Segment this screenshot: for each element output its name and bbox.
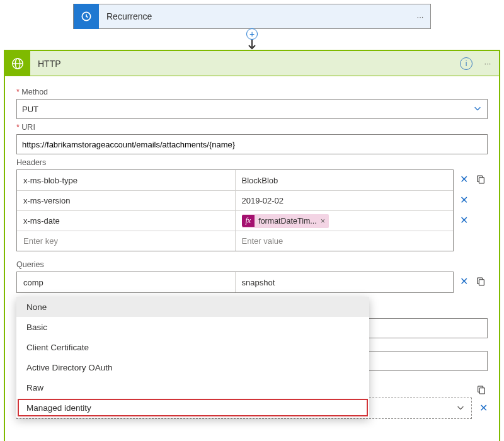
header-row: x-ms-version 2019-02-02 — [17, 190, 453, 210]
recurrence-card[interactable]: Recurrence ··· — [73, 4, 431, 29]
delete-header-button[interactable]: ✕ — [460, 215, 468, 226]
header-key[interactable]: x-ms-date — [17, 211, 236, 231]
auth-option-managed-identity[interactable]: Managed identity — [16, 398, 369, 418]
auth-option-client-certificate[interactable]: Client Certificate — [16, 337, 369, 357]
method-label: Method — [16, 88, 488, 96]
svg-rect-6 — [479, 280, 484, 285]
delete-header-button[interactable]: ✕ — [460, 195, 468, 205]
header-row: x-ms-date fx formatDateTim... × — [17, 210, 453, 231]
chevron-down-icon — [456, 403, 465, 414]
switch-mode-button[interactable] — [476, 385, 486, 395]
header-value[interactable]: 2019-02-02 — [236, 191, 454, 210]
http-card: HTTP i ··· Method PUT URI Headers x-ms- — [4, 50, 500, 441]
authentication-dropdown: None Basic Client Certificate Active Dir… — [16, 297, 369, 418]
arrow-down-icon — [247, 40, 257, 51]
recurrence-menu-button[interactable]: ··· — [410, 12, 430, 21]
uri-input[interactable] — [16, 134, 488, 154]
auth-option-basic[interactable]: Basic — [16, 317, 369, 337]
svg-rect-4 — [479, 178, 484, 183]
http-menu-button[interactable]: ··· — [479, 59, 496, 68]
queries-table: comp snapshot — [16, 272, 454, 293]
svg-rect-8 — [479, 388, 484, 394]
method-select[interactable]: PUT — [16, 99, 488, 119]
switch-mode-button[interactable] — [476, 277, 486, 287]
recurrence-icon — [74, 4, 99, 29]
header-key-input[interactable]: Enter key — [17, 231, 236, 251]
remove-expression-button[interactable]: × — [321, 217, 325, 226]
uri-label: URI — [16, 123, 488, 132]
clear-auth-button[interactable]: ✕ — [479, 403, 488, 413]
header-value[interactable]: fx formatDateTim... × — [236, 211, 454, 231]
expression-text: formatDateTim... — [258, 217, 317, 226]
headers-label: Headers — [16, 158, 488, 167]
delete-query-button[interactable]: ✕ — [460, 277, 468, 287]
header-row: x-ms-blob-type BlockBlob — [17, 170, 453, 190]
expression-pill[interactable]: fx formatDateTim... × — [242, 214, 329, 228]
header-key[interactable]: x-ms-blob-type — [17, 170, 236, 190]
queries-label: Queries — [16, 260, 488, 269]
header-row-new: Enter key Enter value — [17, 231, 453, 251]
headers-table: x-ms-blob-type BlockBlob x-ms-version 20… — [16, 169, 454, 251]
header-value[interactable]: BlockBlob — [236, 170, 454, 190]
switch-mode-button[interactable] — [476, 175, 486, 185]
query-value[interactable]: snapshot — [236, 272, 454, 292]
http-card-title: HTTP — [30, 59, 460, 69]
auth-option-raw[interactable]: Raw — [16, 377, 369, 398]
method-value: PUT — [22, 105, 38, 114]
info-icon[interactable]: i — [460, 57, 472, 70]
query-row: comp snapshot — [17, 272, 453, 292]
http-icon — [5, 51, 30, 76]
chevron-down-icon — [473, 104, 482, 115]
delete-header-button[interactable]: ✕ — [460, 175, 468, 185]
header-key[interactable]: x-ms-version — [17, 191, 236, 210]
query-key[interactable]: comp — [17, 272, 236, 292]
add-step-button[interactable]: + — [246, 28, 258, 40]
flow-connector: + — [4, 29, 500, 51]
fx-icon: fx — [242, 215, 255, 227]
recurrence-title: Recurrence — [99, 11, 410, 21]
auth-option-none[interactable]: None — [16, 297, 369, 317]
auth-option-aad-oauth[interactable]: Active Directory OAuth — [16, 357, 369, 377]
http-card-header[interactable]: HTTP i ··· — [5, 51, 499, 76]
header-value-input[interactable]: Enter value — [236, 231, 454, 251]
